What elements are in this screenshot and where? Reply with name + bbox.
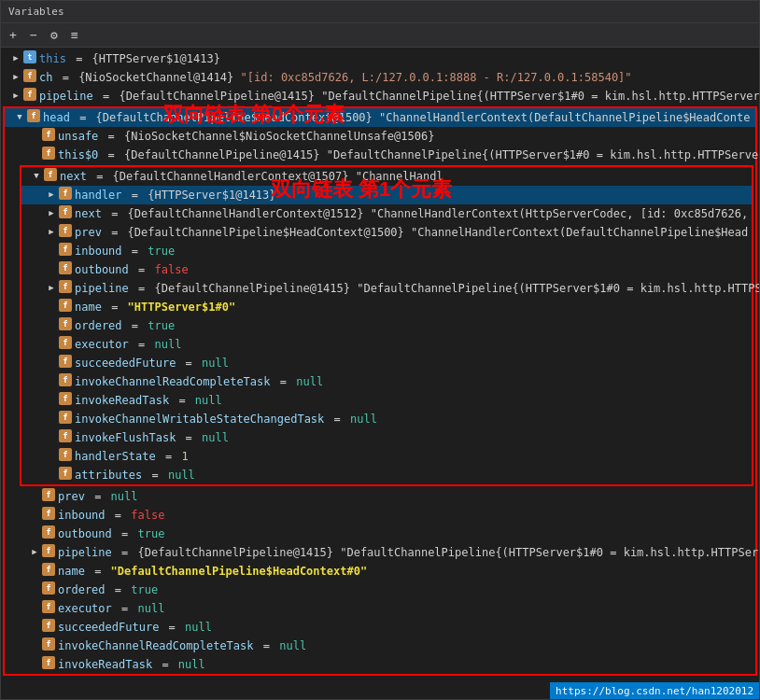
row-invoke-writable[interactable]: f invokeChannelWritableStateChangedTask … <box>21 410 752 428</box>
expand-pipeline[interactable] <box>8 88 23 103</box>
row-attributes[interactable]: f attributes = null <box>21 466 752 484</box>
row-name2[interactable]: f name = "DefaultChannelPipeline$HeadCon… <box>5 562 755 581</box>
row-succeeded-future2[interactable]: f succeededFuture = null <box>5 618 755 637</box>
row-pipeline2[interactable]: f pipeline = {DefaultChannelPipeline@141… <box>21 279 752 298</box>
row-pipeline[interactable]: f pipeline = {DefaultChannelPipeline@141… <box>1 87 759 105</box>
row-invoke-flush[interactable]: f invokeFlushTask = null <box>21 428 752 447</box>
pipeline2-icon: f <box>59 280 72 293</box>
expand-this0 <box>27 147 42 161</box>
next-icon: f <box>44 168 57 181</box>
expand-handler[interactable] <box>44 187 59 202</box>
expand-outbound <box>44 261 59 276</box>
row-invoke-read-complete2[interactable]: f invokeChannelReadCompleteTask = null <box>5 637 755 655</box>
invoke-read-complete2-icon: f <box>42 637 55 651</box>
this-icon: t <box>23 50 36 63</box>
row-ordered2[interactable]: f ordered = true <box>5 581 755 599</box>
next-red-box: f next = {DefaultChannelHandlerContext@1… <box>20 165 753 486</box>
executor-icon: f <box>59 336 72 349</box>
succeeded-future2-icon: f <box>42 619 55 632</box>
row-head[interactable]: f head = {DefaultChannelPipeline$HeadCon… <box>5 108 755 127</box>
expand-outbound2 <box>27 525 42 540</box>
expand-next2[interactable] <box>44 205 59 220</box>
name2-icon: f <box>42 563 55 576</box>
ordered-icon: f <box>59 317 72 330</box>
inbound-icon: f <box>59 243 72 256</box>
row-next[interactable]: f next = {DefaultChannelHandlerContext@1… <box>21 167 752 186</box>
expand-pipeline2[interactable] <box>44 280 59 295</box>
panel-header: Variables <box>1 1 759 23</box>
attributes-icon: f <box>59 467 72 480</box>
expand-ordered <box>44 317 59 332</box>
row-executor2[interactable]: f executor = null <box>5 599 755 618</box>
add-button[interactable]: + <box>5 27 21 44</box>
row-succeeded-future[interactable]: f succeededFuture = null <box>21 354 752 372</box>
expand-head[interactable] <box>12 109 27 124</box>
expand-name <box>44 299 59 314</box>
row-executor[interactable]: f executor = null <box>21 335 752 354</box>
ordered2-icon: f <box>42 581 55 595</box>
row-pipeline3[interactable]: f pipeline = {DefaultChannelPipeline@141… <box>5 543 755 562</box>
row-invoke-read-task[interactable]: f invokeReadTask = null <box>21 391 752 410</box>
row-ordered[interactable]: f ordered = true <box>21 316 752 335</box>
settings-button[interactable]: ⚙ <box>46 27 63 44</box>
row-this0[interactable]: f this$0 = {DefaultChannelPipeline@1415}… <box>5 146 755 164</box>
expand-prev[interactable] <box>44 224 59 239</box>
prev-icon: f <box>59 224 72 237</box>
row-unsafe[interactable]: f unsafe = {NioSocketChannel$NioSocketCh… <box>5 127 755 146</box>
expand-ch[interactable] <box>8 69 23 84</box>
expand-attributes <box>44 467 59 482</box>
ch-icon: f <box>23 69 36 82</box>
succeeded-future-icon: f <box>59 355 72 368</box>
expand-invoke-read-task2 <box>27 656 42 671</box>
expand-succeeded-future2 <box>27 619 42 634</box>
expand-invoke-flush <box>44 429 59 444</box>
row-this[interactable]: t this = {HTTPServer$1@1413} <box>1 49 759 68</box>
name-icon: f <box>59 299 72 312</box>
row-inbound2[interactable]: f inbound = false <box>5 506 755 525</box>
expand-inbound2 <box>27 507 42 522</box>
toolbar: + − ⚙ ≡ <box>1 23 759 48</box>
url-text: https://blog.csdn.net/han1202012 <box>556 685 753 697</box>
row-name[interactable]: f name = "HTTPServer$1#0" <box>21 298 752 316</box>
remove-button[interactable]: − <box>25 27 42 44</box>
row-next2[interactable]: f next = {DefaultChannelHandlerContext@1… <box>21 204 752 223</box>
row-outbound[interactable]: f outbound = false <box>21 260 752 279</box>
expand-ordered2 <box>27 581 42 596</box>
row-ch[interactable]: f ch = {NioSocketChannel@1414} "[id: 0xc… <box>1 68 759 87</box>
row-prev[interactable]: f prev = {DefaultChannelPipeline$HeadCon… <box>21 223 752 242</box>
executor2-icon: f <box>42 600 55 613</box>
variables-content[interactable]: t this = {HTTPServer$1@1413} f ch = {Nio… <box>1 48 759 699</box>
prev2-icon: f <box>42 488 55 501</box>
expand-invoke-writable <box>44 411 59 426</box>
handler-icon: f <box>59 187 72 200</box>
expand-invoke-read-complete <box>44 373 59 388</box>
row-handler-state[interactable]: f handlerState = 1 <box>21 447 752 466</box>
expand-inbound <box>44 243 59 258</box>
row-inbound[interactable]: f inbound = true <box>21 242 752 260</box>
next2-icon: f <box>59 205 72 218</box>
expand-unsafe <box>27 128 42 143</box>
invoke-read-complete-icon: f <box>59 373 72 386</box>
expand-next[interactable] <box>29 168 44 183</box>
outbound2-icon: f <box>42 525 55 539</box>
head-icon: f <box>27 109 40 122</box>
expand-succeeded-future <box>44 355 59 370</box>
row-outbound2[interactable]: f outbound = true <box>5 525 755 543</box>
this0-icon: f <box>42 147 55 160</box>
list-button[interactable]: ≡ <box>66 27 83 44</box>
expand-pipeline3[interactable] <box>27 544 42 559</box>
expand-handler-state <box>44 448 59 463</box>
expand-name2 <box>27 563 42 578</box>
invoke-read-task-icon: f <box>59 392 72 405</box>
row-invoke-read-task2[interactable]: f invokeReadTask = null <box>5 655 755 674</box>
row-handler[interactable]: f handler = {HTTPServer$1@1413} <box>21 186 752 204</box>
head-red-box: f head = {DefaultChannelPipeline$HeadCon… <box>3 106 757 676</box>
variables-panel: Variables + − ⚙ ≡ t this = {HTTPServer$1… <box>0 0 760 700</box>
url-bar: https://blog.csdn.net/han1202012 <box>550 682 759 699</box>
row-invoke-read-complete[interactable]: f invokeChannelReadCompleteTask = null <box>21 372 752 391</box>
expand-this[interactable] <box>8 50 23 65</box>
expand-prev2 <box>27 488 42 503</box>
expand-invoke-read-task <box>44 392 59 407</box>
handler-state-icon: f <box>59 448 72 461</box>
row-prev2[interactable]: f prev = null <box>5 487 755 506</box>
